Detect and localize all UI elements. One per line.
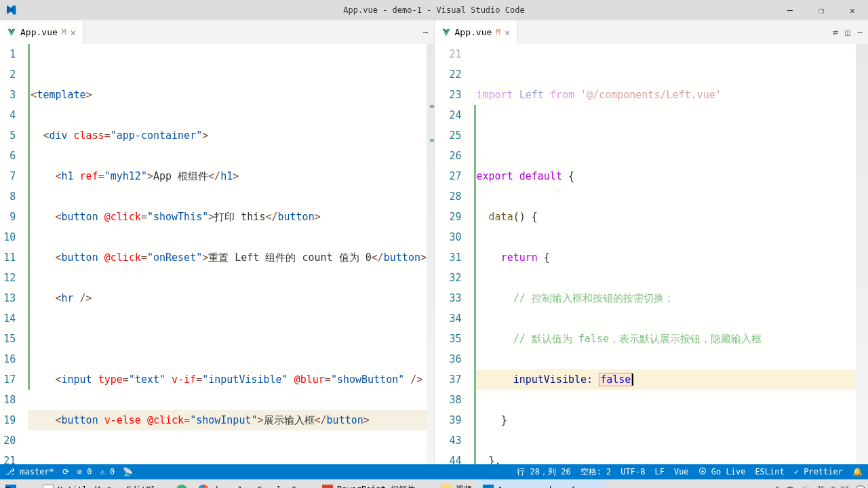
close-icon[interactable]: ×: [505, 27, 510, 38]
indentation[interactable]: 空格: 2: [580, 466, 612, 478]
titlebar: App.vue - demo-1 - Visual Studio Code ─ …: [0, 0, 868, 20]
git-branch[interactable]: ⎇ master*: [5, 467, 54, 476]
tray-up-icon[interactable]: ^: [775, 485, 780, 488]
maximize-button[interactable]: ❐: [806, 0, 837, 20]
tab-label: App.vue: [20, 27, 58, 37]
gutter-left: 123456789101112131415161718192021: [0, 44, 28, 464]
tab-app-vue-right[interactable]: App.vue M ×: [435, 20, 518, 44]
window-title: App.vue - demo-1 - Visual Studio Code: [343, 5, 524, 15]
ime-indicator[interactable]: 中: [787, 485, 794, 488]
taskbar-powerpoint[interactable]: PowerPoint 幻灯片...: [317, 480, 435, 489]
code-right[interactable]: import Left from '@/components/Left.vue'…: [474, 44, 856, 464]
close-button[interactable]: ✕: [837, 0, 868, 20]
language-mode[interactable]: Vue: [674, 467, 689, 476]
taskbar-editplus[interactable]: Untitled1 * - EditPlus: [37, 480, 171, 489]
split-icon[interactable]: ◫: [845, 27, 850, 37]
encoding[interactable]: UTF-8: [620, 467, 645, 476]
close-icon[interactable]: ×: [70, 27, 75, 38]
taskbar-vscode[interactable]: App.vue - demo-1 -...: [477, 480, 606, 489]
compare-icon[interactable]: ⇄: [833, 27, 839, 37]
tabs-row: App.vue M × ⋯ App.vue M × ⇄ ◫ ⋯: [0, 20, 868, 44]
editor-right[interactable]: 2122232425262728293031323334353637383943…: [435, 44, 869, 464]
tab-label: App.vue: [455, 27, 492, 37]
git-sync[interactable]: ⟳: [62, 467, 69, 476]
tray-volume-icon[interactable]: 🔊: [801, 485, 810, 488]
eslint-status[interactable]: ESLint: [755, 467, 784, 476]
tab-app-vue-left[interactable]: App.vue M ×: [0, 20, 83, 44]
vue-icon: [7, 28, 16, 37]
minimap-left[interactable]: [427, 44, 434, 464]
more-icon[interactable]: ⋯: [857, 27, 863, 37]
editor-left[interactable]: 123456789101112131415161718192021 <templ…: [0, 44, 435, 464]
minimize-button[interactable]: ─: [774, 0, 806, 20]
editor-split: 123456789101112131415161718192021 <templ…: [0, 44, 868, 464]
vue-icon: [441, 28, 451, 37]
eol[interactable]: LF: [654, 467, 664, 476]
tab-modified: M: [496, 28, 500, 37]
taskview-button[interactable]: ▭: [22, 480, 37, 489]
more-icon[interactable]: ⋯: [423, 27, 429, 37]
ime-mode[interactable]: 英: [817, 485, 825, 488]
taskbar: ⊞ ▭ Untitled1 * - EditPlus demo-1 - Goog…: [0, 479, 868, 488]
code-left[interactable]: <template> <div class="app-container"> <…: [28, 44, 427, 464]
tray-clock[interactable]: 9:37: [831, 485, 850, 488]
taskbar-app[interactable]: [171, 480, 193, 489]
tab-modified: M: [62, 28, 66, 37]
taskbar-video[interactable]: 视频: [435, 480, 477, 489]
cursor-position[interactable]: 行 28，列 26: [517, 466, 570, 478]
statusbar: ⎇ master* ⟳ ⊘ 0 ⚠ 0 📡 行 28，列 26 空格: 2 UT…: [0, 464, 868, 479]
go-live[interactable]: ⦿ Go Live: [698, 467, 746, 476]
prettier-status[interactable]: ✓ Prettier: [794, 467, 843, 476]
start-button[interactable]: ⊞: [0, 480, 22, 489]
minimap-right[interactable]: [856, 44, 868, 464]
warnings-count[interactable]: ⚠ 0: [100, 467, 115, 476]
errors-count[interactable]: ⊘ 0: [77, 467, 92, 476]
taskbar-chrome[interactable]: demo-1 - Google C...: [193, 480, 317, 489]
radio-icon[interactable]: 📡: [123, 467, 133, 476]
gutter-right: 2122232425262728293031323334353637383943…: [435, 44, 474, 464]
vscode-logo-icon: [5, 5, 16, 16]
tray-notifications-icon[interactable]: 💬: [856, 485, 865, 488]
notifications-icon[interactable]: 🔔: [852, 467, 863, 476]
